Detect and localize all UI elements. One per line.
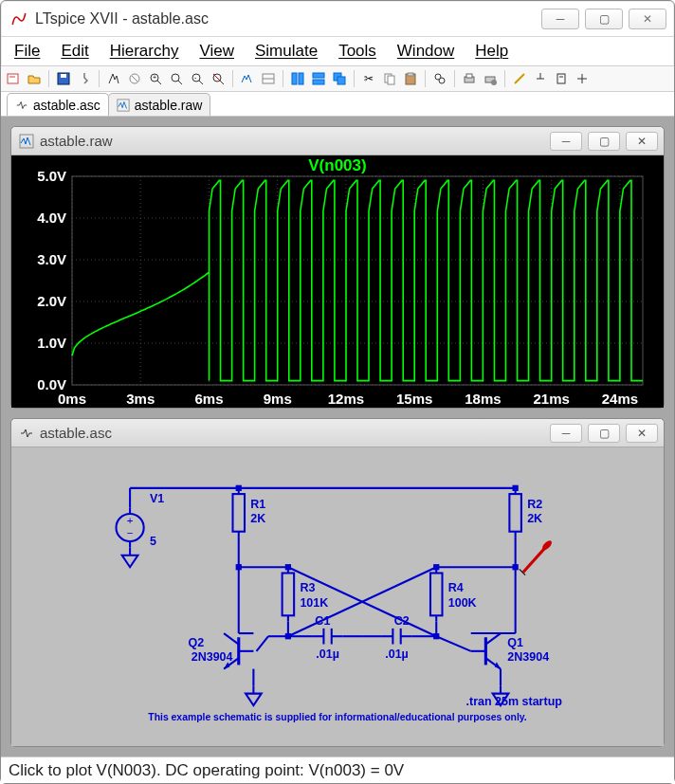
- waveform-minimize-button[interactable]: ─: [550, 132, 582, 151]
- run-icon[interactable]: [105, 70, 122, 87]
- svg-text:R4: R4: [448, 581, 464, 594]
- copy-icon[interactable]: [381, 70, 398, 87]
- close-button[interactable]: ✕: [629, 9, 666, 29]
- print-icon[interactable]: [461, 70, 478, 87]
- svg-rect-19: [292, 73, 297, 84]
- waveform-window-icon: [19, 134, 34, 149]
- print-setup-icon[interactable]: [482, 70, 499, 87]
- svg-line-10: [178, 81, 182, 84]
- minimize-button[interactable]: ─: [541, 9, 579, 29]
- svg-text:+: +: [127, 515, 134, 526]
- status-bar: Click to plot V(N003). DC operating poin…: [1, 757, 674, 783]
- schematic-tab-icon: [15, 99, 28, 112]
- svg-text:5.0V: 5.0V: [37, 168, 66, 184]
- schematic-titlebar: astable.asc ─ ▢ ✕: [11, 419, 664, 447]
- mdi-area: astable.raw ─ ▢ ✕ 0.0V1.0V2.0V3.0V4.0V5.…: [1, 117, 674, 757]
- tab-schematic[interactable]: astable.asc: [7, 93, 109, 116]
- svg-text:.01µ: .01µ: [385, 647, 409, 661]
- menu-help[interactable]: Help: [475, 42, 508, 61]
- svg-text:Q1: Q1: [507, 636, 523, 649]
- schematic-maximize-button[interactable]: ▢: [588, 424, 620, 443]
- svg-text:15ms: 15ms: [396, 391, 432, 407]
- menu-tools[interactable]: Tools: [338, 42, 376, 61]
- schematic-canvas[interactable]: +−V15R12KR22KR3101KR4100KC1.01µC2.01µQ22…: [11, 447, 664, 746]
- svg-rect-22: [313, 80, 324, 84]
- tab-waveform[interactable]: astable.raw: [108, 93, 211, 116]
- waveform-maximize-button[interactable]: ▢: [588, 132, 620, 151]
- open-icon[interactable]: [26, 70, 43, 87]
- svg-text:3.0V: 3.0V: [37, 251, 66, 267]
- svg-text:-: -: [194, 74, 197, 81]
- new-schematic-icon[interactable]: [5, 70, 22, 87]
- svg-text:.01µ: .01µ: [316, 647, 339, 661]
- place-ground-icon[interactable]: [553, 70, 570, 87]
- toolbar: + - ✂: [1, 65, 674, 92]
- svg-text:2K: 2K: [527, 512, 542, 525]
- pan-icon[interactable]: [168, 70, 185, 87]
- svg-text:2N3904: 2N3904: [507, 650, 549, 664]
- svg-line-12: [199, 81, 203, 84]
- waveform-window: astable.raw ─ ▢ ✕ 0.0V1.0V2.0V3.0V4.0V5.…: [10, 126, 665, 409]
- app-icon: [10, 10, 27, 27]
- draw-wire-icon[interactable]: [511, 70, 528, 87]
- schematic-window-icon: [19, 426, 34, 441]
- svg-rect-0: [8, 74, 18, 83]
- zoom-in-icon[interactable]: +: [147, 70, 164, 87]
- svg-point-34: [491, 80, 497, 85]
- svg-text:12ms: 12ms: [328, 391, 364, 407]
- cascade-windows-icon[interactable]: [331, 70, 348, 87]
- svg-rect-44: [25, 155, 650, 408]
- svg-point-30: [439, 78, 445, 83]
- menu-edit[interactable]: Edit: [61, 42, 88, 61]
- halt-icon[interactable]: [126, 70, 143, 87]
- svg-line-35: [515, 74, 524, 83]
- schematic-drawing: +−V15R12KR22KR3101KR4100KC1.01µC2.01µQ22…: [11, 447, 664, 746]
- menu-file[interactable]: File: [14, 42, 40, 61]
- svg-rect-26: [388, 76, 394, 84]
- schematic-close-button[interactable]: ✕: [626, 424, 658, 443]
- cut-icon[interactable]: ✂: [360, 70, 377, 87]
- control-panel-icon[interactable]: [76, 70, 93, 87]
- status-text: Click to plot V(N003). DC operating poin…: [9, 761, 404, 780]
- pick-visible-traces-icon[interactable]: [260, 70, 277, 87]
- schematic-minimize-button[interactable]: ─: [550, 424, 582, 443]
- main-window: LTspice XVII - astable.asc ─ ▢ ✕ File Ed…: [0, 0, 675, 784]
- find-icon[interactable]: [431, 70, 448, 87]
- save-icon[interactable]: [55, 70, 72, 87]
- waveform-plot: 0.0V1.0V2.0V3.0V4.0V5.0V0ms3ms6ms9ms12ms…: [11, 155, 664, 408]
- svg-text:0ms: 0ms: [58, 391, 86, 407]
- svg-text:5: 5: [150, 535, 156, 548]
- waveform-close-button[interactable]: ✕: [626, 132, 658, 151]
- svg-text:9ms: 9ms: [264, 391, 292, 407]
- zoom-full-icon[interactable]: [210, 70, 227, 87]
- svg-rect-113: [430, 573, 443, 615]
- probe-icon: [520, 539, 554, 575]
- tile-horizontal-icon[interactable]: [310, 70, 327, 87]
- menu-simulate[interactable]: Simulate: [255, 42, 318, 61]
- tab-waveform-label: astable.raw: [135, 98, 203, 113]
- menu-window[interactable]: Window: [397, 42, 454, 61]
- svg-text:6ms: 6ms: [194, 391, 223, 407]
- svg-text:101K: 101K: [300, 596, 328, 610]
- place-resistor-icon[interactable]: [574, 70, 591, 87]
- maximize-button[interactable]: ▢: [585, 9, 623, 29]
- svg-text:3ms: 3ms: [126, 391, 155, 407]
- menu-hierarchy[interactable]: Hierarchy: [110, 42, 179, 61]
- label-net-icon[interactable]: [532, 70, 549, 87]
- svg-line-149: [257, 636, 269, 651]
- menu-view[interactable]: View: [199, 42, 234, 61]
- paste-icon[interactable]: [402, 70, 419, 87]
- svg-rect-108: [283, 573, 295, 615]
- svg-text:18ms: 18ms: [465, 391, 501, 407]
- svg-rect-21: [313, 73, 324, 78]
- svg-point-9: [172, 74, 179, 82]
- autorange-icon[interactable]: [239, 70, 256, 87]
- svg-text:V(n003): V(n003): [308, 156, 366, 174]
- svg-rect-20: [299, 73, 303, 84]
- waveform-plot-area[interactable]: 0.0V1.0V2.0V3.0V4.0V5.0V0ms3ms6ms9ms12ms…: [11, 155, 664, 408]
- svg-text:100K: 100K: [448, 596, 477, 610]
- zoom-out-icon[interactable]: -: [189, 70, 206, 87]
- svg-text:+: +: [153, 74, 156, 81]
- tile-windows-icon[interactable]: [289, 70, 306, 87]
- svg-text:R1: R1: [250, 498, 265, 511]
